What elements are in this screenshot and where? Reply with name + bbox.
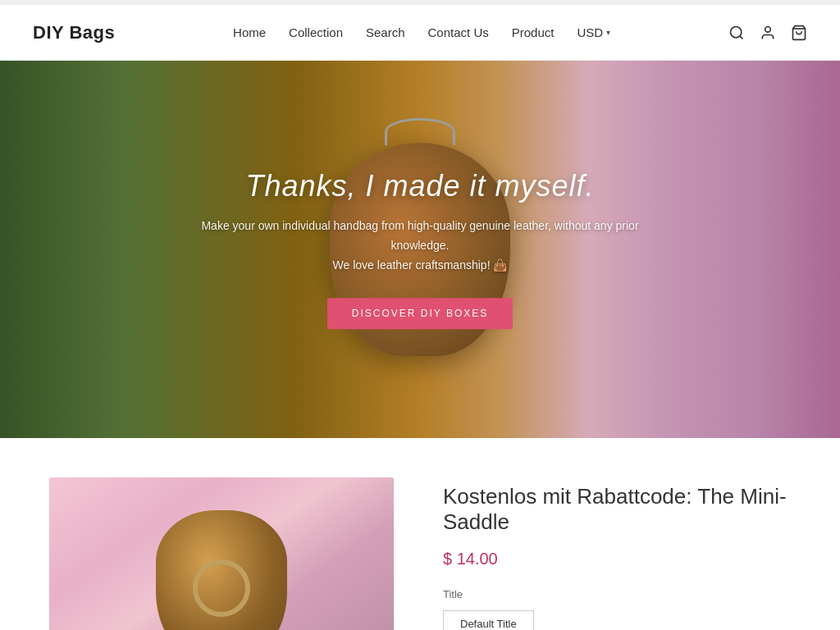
chevron-down-icon: ▾ [606, 28, 610, 37]
product-option-label: Title [443, 588, 791, 600]
product-price: $ 14.00 [443, 550, 791, 568]
hero-subtitle: Make your own individual handbag from hi… [174, 217, 666, 275]
svg-line-1 [740, 35, 743, 39]
cart-icon[interactable] [791, 25, 807, 41]
header-icons [728, 25, 807, 41]
currency-selector[interactable]: USD ▾ [577, 25, 610, 39]
hero-section: Thanks, I made it myself. Make your own … [0, 61, 840, 438]
hero-title: Thanks, I made it myself. [174, 169, 666, 203]
nav-item-search[interactable]: Search [366, 25, 405, 39]
product-title: Kostenlos mit Rabattcode: The Mini-Saddl… [443, 484, 791, 535]
svg-point-0 [731, 26, 742, 37]
nav-item-home[interactable]: Home [233, 25, 266, 39]
product-section: Kostenlos mit Rabattcode: The Mini-Saddl… [0, 438, 840, 630]
svg-point-2 [765, 26, 771, 32]
main-nav: Home Collection Search Contact Us Produc… [233, 25, 610, 39]
product-default-title-button[interactable]: Default Title [443, 610, 534, 630]
product-image [49, 477, 394, 630]
search-icon[interactable] [728, 25, 745, 41]
hero-content: Thanks, I made it myself. Make your own … [174, 169, 666, 329]
nav-item-product[interactable]: Product [512, 25, 555, 39]
product-bag-ring [193, 559, 250, 617]
currency-label: USD [577, 25, 603, 39]
account-icon[interactable] [760, 25, 776, 41]
hero-cta-button[interactable]: DISCOVER DIY BOXES [327, 299, 513, 330]
nav-item-collection[interactable]: Collection [289, 25, 343, 39]
product-info: Kostenlos mit Rabattcode: The Mini-Saddl… [443, 477, 791, 630]
hero-subtitle-line1: Make your own individual handbag from hi… [201, 219, 638, 252]
site-logo[interactable]: DIY Bags [33, 22, 115, 43]
site-header: DIY Bags Home Collection Search Contact … [0, 5, 840, 61]
nav-item-contact-us[interactable]: Contact Us [428, 25, 489, 39]
hero-subtitle-line2: We love leather craftsmanship! 👜 [333, 258, 508, 272]
